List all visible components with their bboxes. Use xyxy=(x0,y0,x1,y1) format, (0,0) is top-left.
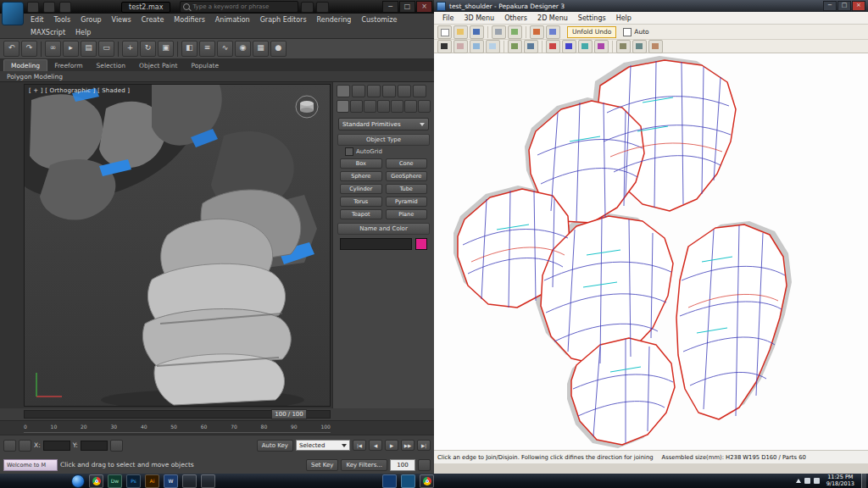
plane-button[interactable]: Plane xyxy=(386,209,428,219)
auto-checkbox[interactable] xyxy=(623,28,632,36)
lights-category-icon[interactable] xyxy=(364,100,376,113)
y-coordinate-field[interactable] xyxy=(81,441,108,451)
explorer-taskbar-icon[interactable] xyxy=(182,474,197,488)
menu-edit[interactable]: Edit xyxy=(25,14,49,26)
redo-icon[interactable]: ↷ xyxy=(21,41,37,57)
print-icon[interactable] xyxy=(492,25,506,39)
archiver-taskbar-icon[interactable] xyxy=(201,474,215,488)
move-piece-icon[interactable] xyxy=(616,40,631,53)
shapes-category-icon[interactable] xyxy=(350,100,363,113)
teapot-button[interactable]: Teapot xyxy=(340,209,382,219)
current-frame-field[interactable]: 100 xyxy=(390,459,415,471)
object-color-swatch[interactable] xyxy=(415,238,427,250)
menu-rendering[interactable]: Rendering xyxy=(312,14,357,26)
cone-button[interactable]: Cone xyxy=(386,158,428,169)
selection-filter-dropdown[interactable]: Selected xyxy=(296,440,350,451)
menu-tools[interactable]: Tools xyxy=(49,14,76,26)
minimize-button[interactable]: − xyxy=(823,1,837,11)
join-edge-icon[interactable] xyxy=(578,40,593,53)
menu-file[interactable]: File xyxy=(437,12,459,25)
display-tab-icon[interactable] xyxy=(398,85,411,97)
undo-quick-icon[interactable] xyxy=(43,2,55,13)
play-button[interactable]: ▶ xyxy=(385,440,398,451)
previous-frame-button[interactable]: ◀ xyxy=(369,440,382,451)
tube-button[interactable]: Tube xyxy=(386,184,428,194)
menu-2d-menu[interactable]: 2D Menu xyxy=(532,12,573,25)
set-key-button[interactable]: Set Key xyxy=(306,459,338,471)
box-button[interactable]: Box xyxy=(340,158,382,169)
utilities-tab-icon[interactable] xyxy=(413,85,426,97)
divide-edge-icon[interactable] xyxy=(594,40,609,53)
object-name-field[interactable] xyxy=(340,238,412,250)
search-box[interactable] xyxy=(180,1,298,13)
cameras-category-icon[interactable] xyxy=(377,100,390,113)
spacewarps-category-icon[interactable] xyxy=(404,100,417,113)
dreamweaver-taskbar-icon[interactable]: Dw xyxy=(108,474,122,488)
tab-selection[interactable]: Selection xyxy=(90,60,133,71)
welcome-window-fragment[interactable]: Welcome to M xyxy=(3,459,58,471)
align-icon[interactable]: ≡ xyxy=(199,41,215,57)
select-by-name-icon[interactable]: ▤ xyxy=(81,41,97,57)
x-coordinate-field[interactable] xyxy=(43,441,70,451)
material-editor-icon[interactable]: ◉ xyxy=(235,41,251,57)
unfold-icon[interactable] xyxy=(530,25,544,39)
mirror-icon[interactable]: ◧ xyxy=(181,41,198,57)
settings-icon[interactable] xyxy=(546,25,560,39)
infocenter-star-icon[interactable] xyxy=(301,2,314,13)
select-arrow-icon[interactable] xyxy=(437,40,452,53)
pyramid-button[interactable]: Pyramid xyxy=(386,197,428,207)
menu-help[interactable]: Help xyxy=(70,26,96,39)
tab-object-paint[interactable]: Object Paint xyxy=(132,60,184,71)
photoshop-taskbar-icon[interactable]: Ps xyxy=(126,474,141,488)
minimize-button[interactable]: − xyxy=(382,1,398,13)
object-type-rollout[interactable]: Object Type xyxy=(337,134,430,146)
polygon-modeling-panel[interactable]: Polygon Modeling xyxy=(0,71,434,82)
helpers-category-icon[interactable] xyxy=(391,100,403,113)
time-slider-handle[interactable]: 100 / 100 xyxy=(271,409,307,419)
tab-modeling[interactable]: Modeling xyxy=(3,59,47,71)
unfold-pattern-canvas[interactable] xyxy=(434,53,868,450)
menu-settings[interactable]: Settings xyxy=(573,12,611,25)
word-taskbar-icon[interactable]: W xyxy=(164,474,178,488)
geometry-category-icon[interactable] xyxy=(337,100,349,113)
close-button[interactable]: × xyxy=(852,1,865,11)
key-mode-icon[interactable] xyxy=(110,440,123,452)
sphere-button[interactable]: Sphere xyxy=(340,171,382,181)
browser-taskbar-icon[interactable] xyxy=(420,474,434,488)
fit-view-icon[interactable] xyxy=(524,40,538,53)
cylinder-button[interactable]: Cylinder xyxy=(340,184,382,194)
rotate-icon[interactable]: ↻ xyxy=(140,41,156,57)
rotate-view-icon[interactable] xyxy=(508,40,522,53)
menu-group[interactable]: Group xyxy=(75,14,106,26)
face-select-icon[interactable] xyxy=(562,40,576,53)
name-and-color-rollout[interactable]: Name and Color xyxy=(337,223,430,235)
menu-help[interactable]: Help xyxy=(611,12,637,25)
create-tab-icon[interactable] xyxy=(337,85,350,97)
selection-lock-icon[interactable] xyxy=(3,440,16,452)
next-frame-button[interactable]: ▶▶ xyxy=(401,440,415,451)
zoom-out-icon[interactable] xyxy=(486,40,500,53)
menu-create[interactable]: Create xyxy=(136,14,170,26)
menu-3d-menu[interactable]: 3D Menu xyxy=(459,12,499,25)
zoom-in-icon[interactable] xyxy=(470,40,484,53)
help-icon[interactable] xyxy=(316,2,329,13)
search-input[interactable] xyxy=(192,3,295,10)
menu-animation[interactable]: Animation xyxy=(210,14,255,26)
volume-icon[interactable] xyxy=(814,478,820,484)
grid-snap-icon[interactable] xyxy=(19,440,31,452)
auto-key-button[interactable]: Auto Key xyxy=(257,440,293,452)
taskbar-clock[interactable]: 11:25 PM 9/18/2013 xyxy=(823,474,858,487)
save-icon[interactable] xyxy=(27,2,39,13)
unfold-undo-button[interactable]: Unfold Undo xyxy=(567,26,616,38)
render-production-icon[interactable]: ● xyxy=(270,41,287,57)
hierarchy-tab-icon[interactable] xyxy=(367,85,381,97)
time-configuration-icon[interactable] xyxy=(418,459,431,471)
undo-icon[interactable]: ↶ xyxy=(3,41,19,57)
geosphere-button[interactable]: GeoSphere xyxy=(386,171,428,181)
curve-editor-icon[interactable]: ∿ xyxy=(217,41,233,57)
maximize-button[interactable]: □ xyxy=(399,1,415,13)
measure-icon[interactable] xyxy=(648,40,663,53)
motion-tab-icon[interactable] xyxy=(382,85,396,97)
pepakura-taskbar-icon[interactable] xyxy=(382,474,397,488)
3dsmax-app-icon[interactable] xyxy=(2,2,24,25)
